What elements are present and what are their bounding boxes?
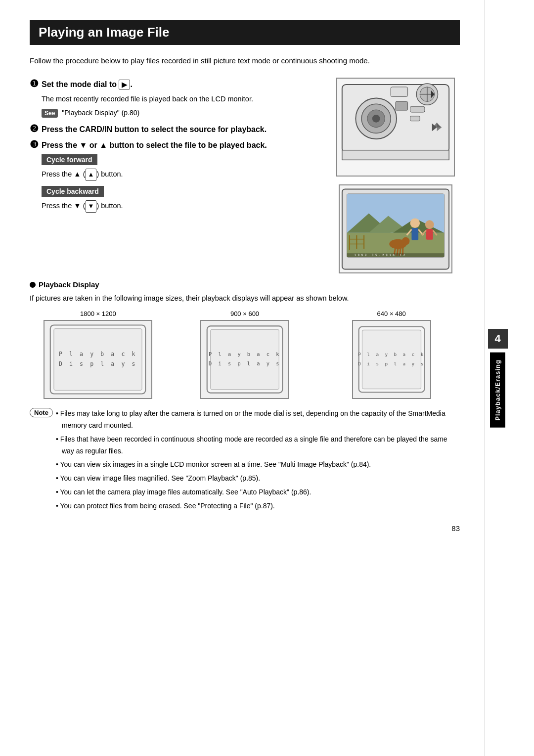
see-ref-text: "Playback Display" (p.80) — [62, 109, 139, 117]
note-items: • Files may take long to play after the … — [56, 408, 460, 514]
page-number: 83 — [30, 524, 460, 533]
svg-text:P l a y b a c k: P l a y b a c k — [59, 351, 137, 357]
display-size-900-box: P l a y b a c k D i s p l a y s — [200, 320, 289, 399]
step-2-title: Press the CARD/IN button to select the s… — [42, 125, 267, 134]
step-1-body: The most recently recorded file is playe… — [42, 93, 321, 105]
cycle-forward-label: Cycle forward — [42, 154, 97, 165]
right-tab: 4 Playback/Erasing — [485, 0, 510, 756]
step-3-number: ❸ — [30, 138, 39, 150]
note-item-3: • You can view six images in a single LC… — [56, 459, 460, 471]
up-arrow-button: ▲ — [86, 169, 97, 181]
display-size-1800: 1800 × 1200 P l a y b a c k D i s p l a … — [30, 310, 167, 399]
display-size-640: 640 × 480 P l a y b a c k D i s p l a y … — [323, 310, 460, 399]
step-2-number: ❷ — [30, 123, 39, 134]
svg-rect-10 — [410, 116, 420, 121]
step-1-title: Set the mode dial to ▶. — [42, 80, 133, 89]
svg-text:1 9 9 9 . 0 5 . 2 9  1 0 : 1 2: 1 9 9 9 . 0 5 . 2 9 1 0 : 1 2 — [354, 254, 405, 257]
playback-display-section: Playback Display If pictures are taken i… — [30, 280, 460, 399]
down-arrow-button: ▼ — [86, 200, 97, 213]
step-1-section: ❶ Set the mode dial to ▶. The most recen… — [30, 78, 460, 273]
svg-point-40 — [425, 220, 434, 229]
cycle-forward-text: Press the ▲ (▲) button. — [42, 169, 321, 181]
svg-text:D i s p l a y s: D i s p l a y s — [358, 361, 425, 366]
note-box: Note • Files may take long to play after… — [30, 408, 460, 514]
see-badge: See — [42, 109, 58, 118]
lcd-illustration: IN 10/12 100-0012 1800x1200 N — [339, 184, 452, 273]
svg-text:P l a y b a c k: P l a y b a c k — [209, 351, 281, 357]
display-size-640-label: 640 × 480 — [377, 310, 406, 317]
step-3-title: Press the ▼ or ▲ button to select the fi… — [42, 141, 267, 150]
svg-text:D i s p l a y s: D i s p l a y s — [59, 361, 137, 368]
mode-dial-symbol: ▶ — [119, 80, 130, 89]
display-size-640-box: P l a y b a c k D i s p l a y s — [352, 320, 431, 399]
intro-text: Follow the procedure below to play files… — [30, 55, 460, 67]
svg-rect-14 — [342, 150, 449, 160]
cycle-forward-section: Cycle forward Press the ▲ (▲) button. — [42, 154, 321, 181]
note-item-6: • You can protect files from being erase… — [56, 500, 460, 512]
note-section: Note • Files may take long to play after… — [30, 408, 460, 514]
svg-rect-37 — [411, 228, 418, 240]
svg-rect-12 — [396, 101, 408, 110]
svg-rect-57 — [211, 330, 279, 390]
svg-rect-9 — [410, 106, 425, 112]
note-item-4: • You can view image files magnified. Se… — [56, 473, 460, 485]
svg-point-36 — [410, 218, 420, 228]
step-2-heading: ❷ Press the CARD/IN button to select the… — [30, 123, 321, 134]
playback-display-title: Playback Display — [39, 280, 99, 289]
svg-point-45 — [402, 237, 410, 245]
svg-rect-11 — [391, 87, 407, 97]
chapter-label: Playback/Erasing — [490, 353, 505, 428]
playback-display-heading: Playback Display — [30, 280, 460, 289]
camera-illustration — [336, 78, 455, 177]
display-sizes-row: 1800 × 1200 P l a y b a c k D i s p l a … — [30, 310, 460, 399]
display-size-900-label: 900 × 600 — [230, 310, 259, 317]
svg-text:D i s p l a y s: D i s p l a y s — [209, 360, 281, 366]
step-1-heading: ❶ Set the mode dial to ▶. — [30, 78, 321, 89]
step-3-heading: ❸ Press the ▼ or ▲ button to select the … — [30, 138, 321, 150]
illustrations-column: IN 10/12 100-0012 1800x1200 N — [331, 78, 460, 273]
svg-point-4 — [372, 115, 380, 123]
display-size-1800-label: 1800 × 1200 — [80, 310, 116, 317]
cycle-backward-text: Press the ▼ (▼) button. — [42, 200, 321, 213]
note-item-2: • Files that have been recorded in conti… — [56, 434, 460, 457]
display-size-1800-box: P l a y b a c k D i s p l a y s — [44, 320, 152, 399]
svg-text:P l a y b a c k: P l a y b a c k — [358, 352, 425, 357]
note-item-1: • Files may take long to play after the … — [56, 408, 460, 432]
step-1-see-ref: See "Playback Display" (p.80) — [42, 109, 321, 118]
note-item-5: • You can let the camera play image file… — [56, 487, 460, 498]
svg-rect-61 — [362, 330, 421, 389]
cycle-backward-label: Cycle backward — [42, 186, 104, 197]
page-title: Playing an Image File — [30, 20, 460, 45]
chapter-number: 4 — [488, 329, 508, 349]
bullet-icon — [30, 282, 36, 288]
display-size-900: 900 × 600 P l a y b a c k D i s p l a y … — [177, 310, 313, 399]
note-badge: Note — [30, 408, 53, 417]
svg-rect-41 — [426, 229, 433, 240]
cycle-backward-section: Cycle backward Press the ▼ (▼) button. — [42, 186, 321, 213]
playback-display-intro: If pictures are taken in the following i… — [30, 293, 460, 304]
svg-rect-53 — [54, 329, 142, 391]
step-1-number: ❶ — [30, 78, 39, 89]
